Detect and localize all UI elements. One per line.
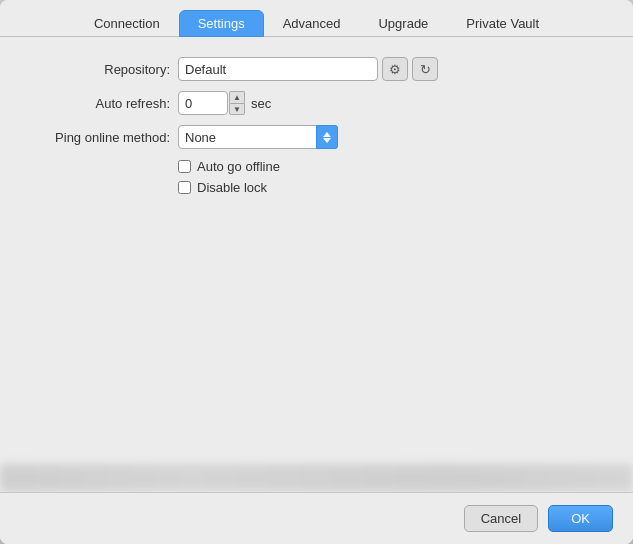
spinner-down-button[interactable]: ▼ bbox=[229, 103, 245, 115]
sec-label: sec bbox=[251, 96, 271, 111]
auto-refresh-row: Auto refresh: ▲ ▼ sec bbox=[30, 91, 603, 115]
auto-refresh-input[interactable] bbox=[178, 91, 228, 115]
auto-refresh-label: Auto refresh: bbox=[30, 96, 170, 111]
disable-lock-label[interactable]: Disable lock bbox=[197, 180, 267, 195]
redacted-bar bbox=[0, 464, 633, 492]
tab-settings[interactable]: Settings bbox=[179, 10, 264, 37]
auto-go-offline-row: Auto go offline bbox=[178, 159, 603, 174]
spinner-up-button[interactable]: ▲ bbox=[229, 91, 245, 103]
tab-bar: Connection Settings Advanced Upgrade Pri… bbox=[0, 0, 633, 37]
repository-row: Repository: ⚙ ↻ bbox=[30, 57, 603, 81]
refresh-button[interactable]: ↻ bbox=[412, 57, 438, 81]
footer: Cancel OK bbox=[0, 492, 633, 544]
cancel-button[interactable]: Cancel bbox=[464, 505, 538, 532]
main-window: Connection Settings Advanced Upgrade Pri… bbox=[0, 0, 633, 544]
tab-private-vault[interactable]: Private Vault bbox=[447, 10, 558, 37]
disable-lock-checkbox[interactable] bbox=[178, 181, 191, 194]
tab-upgrade[interactable]: Upgrade bbox=[359, 10, 447, 37]
refresh-icon: ↻ bbox=[420, 62, 431, 77]
auto-go-offline-checkbox[interactable] bbox=[178, 160, 191, 173]
ok-button[interactable]: OK bbox=[548, 505, 613, 532]
spinner-wrapper: ▲ ▼ sec bbox=[178, 91, 271, 115]
gear-icon: ⚙ bbox=[389, 62, 401, 77]
gear-button[interactable]: ⚙ bbox=[382, 57, 408, 81]
ping-label: Ping online method: bbox=[30, 130, 170, 145]
spinner-arrows: ▲ ▼ bbox=[229, 91, 245, 115]
ping-select[interactable]: None Ping TCP bbox=[178, 125, 338, 149]
ping-method-row: Ping online method: None Ping TCP bbox=[30, 125, 603, 149]
auto-go-offline-label[interactable]: Auto go offline bbox=[197, 159, 280, 174]
disable-lock-row: Disable lock bbox=[178, 180, 603, 195]
repository-label: Repository: bbox=[30, 62, 170, 77]
repository-input[interactable] bbox=[178, 57, 378, 81]
tab-advanced[interactable]: Advanced bbox=[264, 10, 360, 37]
ping-select-wrapper: None Ping TCP bbox=[178, 125, 338, 149]
tab-connection[interactable]: Connection bbox=[75, 10, 179, 37]
